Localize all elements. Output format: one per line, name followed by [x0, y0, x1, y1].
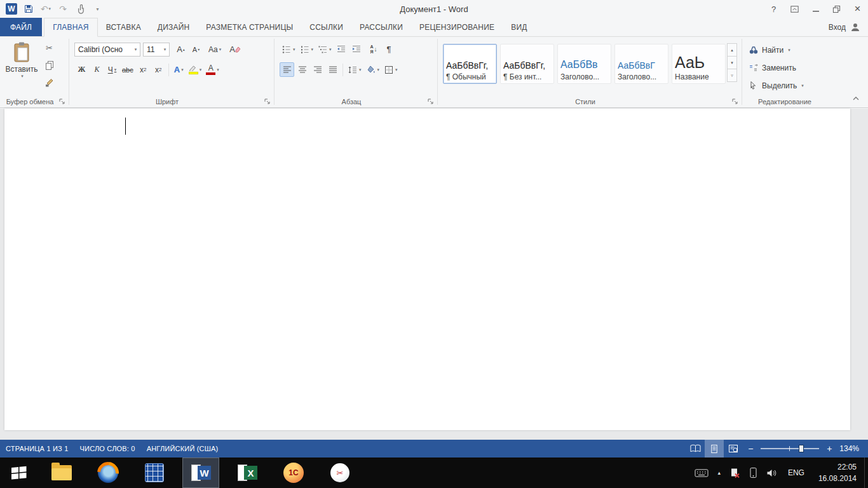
- sign-in-button[interactable]: Вход: [829, 18, 868, 36]
- tab-page-layout[interactable]: РАЗМЕТКА СТРАНИЦЫ: [198, 18, 301, 36]
- page-indicator[interactable]: СТРАНИЦА 1 ИЗ 1: [0, 440, 74, 458]
- word-window: W ↶▾ ↷ ▾ Документ1 - Word ? ×: [0, 0, 868, 488]
- shrink-font-button[interactable]: А▾: [189, 42, 203, 57]
- show-desktop-button[interactable]: [864, 458, 868, 488]
- zoom-level[interactable]: 134%: [837, 444, 868, 453]
- zoom-slider[interactable]: [761, 448, 819, 449]
- font-name-combo[interactable]: Calibri (Осно ▾: [74, 43, 140, 57]
- bullets-button[interactable]: ▾: [280, 42, 297, 57]
- strikethrough-button[interactable]: abc: [120, 62, 135, 77]
- decrease-indent-button[interactable]: [334, 42, 349, 57]
- maximize-restore-button[interactable]: [826, 0, 847, 18]
- document-page[interactable]: [4, 109, 850, 430]
- style-no-spacing[interactable]: АаБбВвГг, ¶ Без инт...: [500, 44, 554, 84]
- tab-references[interactable]: ССЫЛКИ: [301, 18, 351, 36]
- bold-button[interactable]: Ж: [74, 62, 89, 77]
- style-normal[interactable]: АаБбВвГг, ¶ Обычный: [443, 44, 497, 84]
- web-layout-button[interactable]: [724, 440, 743, 458]
- zoom-in-button[interactable]: +: [822, 440, 837, 458]
- help-button[interactable]: ?: [763, 0, 784, 18]
- taskbar-clock[interactable]: 22:05 16.08.2014: [811, 458, 864, 488]
- line-spacing-button[interactable]: ▾: [346, 62, 363, 77]
- customize-qat-button[interactable]: ▾: [89, 1, 105, 17]
- align-left-button[interactable]: [280, 62, 294, 77]
- styles-scroll-down-button[interactable]: ▾: [727, 56, 737, 69]
- show-formatting-marks-button[interactable]: ¶: [382, 42, 397, 57]
- file-explorer-button[interactable]: [43, 458, 80, 488]
- read-mode-button[interactable]: [686, 440, 705, 458]
- style-title[interactable]: АаЬ Название: [672, 44, 726, 84]
- collapse-ribbon-button[interactable]: [850, 93, 862, 104]
- tab-file[interactable]: ФАЙЛ: [0, 18, 42, 36]
- touch-mode-button[interactable]: [72, 1, 88, 17]
- paste-button[interactable]: Вставить ▾: [3, 39, 41, 90]
- sort-button[interactable]: АЯ ↓: [367, 42, 381, 57]
- align-right-button[interactable]: [310, 62, 325, 77]
- tab-mailings[interactable]: РАССЫЛКИ: [351, 18, 411, 36]
- device-status-button[interactable]: [745, 458, 762, 488]
- input-language-indicator[interactable]: ENG: [782, 468, 811, 477]
- italic-button[interactable]: К: [90, 62, 104, 77]
- zoom-slider-thumb[interactable]: [799, 445, 804, 452]
- text-effects-button[interactable]: А▾: [172, 62, 186, 77]
- redo-button[interactable]: ↷: [55, 1, 71, 17]
- print-layout-button[interactable]: [705, 440, 724, 458]
- font-color-button[interactable]: А ▾: [204, 62, 221, 77]
- notification-error-button[interactable]: [725, 458, 745, 488]
- undo-button[interactable]: ↶▾: [37, 1, 54, 17]
- align-center-button[interactable]: [295, 62, 309, 77]
- tab-insert[interactable]: ВСТАВКА: [98, 18, 149, 36]
- copy-button[interactable]: [42, 57, 57, 73]
- styles-dialog-launcher[interactable]: [731, 97, 739, 105]
- touch-keyboard-button[interactable]: [690, 458, 713, 488]
- tab-view[interactable]: ВИД: [503, 18, 535, 36]
- font-size-combo[interactable]: 11 ▾: [143, 43, 170, 57]
- justify-button[interactable]: [325, 62, 340, 77]
- word-taskbar-button[interactable]: W: [182, 458, 219, 488]
- select-button[interactable]: Выделить ▾: [749, 78, 825, 93]
- format-painter-button[interactable]: [42, 74, 57, 90]
- excel-taskbar-button[interactable]: X: [229, 458, 266, 488]
- styles-gallery-more-button[interactable]: ▿: [727, 69, 737, 82]
- word-count[interactable]: ЧИСЛО СЛОВ: 0: [74, 440, 141, 458]
- tab-design[interactable]: ДИЗАЙН: [149, 18, 198, 36]
- save-button[interactable]: [20, 1, 37, 17]
- subscript-button[interactable]: х2: [136, 62, 151, 77]
- multilevel-list-button[interactable]: ▾: [316, 42, 334, 57]
- tab-home[interactable]: ГЛАВНАЯ: [44, 18, 97, 37]
- paragraph-dialog-launcher[interactable]: [426, 97, 435, 105]
- onec-app-button[interactable]: 1С: [275, 458, 312, 488]
- close-button[interactable]: ×: [847, 0, 868, 18]
- change-case-button[interactable]: Aa▾: [207, 42, 223, 57]
- tab-review[interactable]: РЕЦЕНЗИРОВАНИЕ: [411, 18, 503, 36]
- start-button[interactable]: [0, 458, 38, 488]
- word-app-icon[interactable]: W: [3, 1, 20, 17]
- find-dropdown-icon: ▾: [788, 48, 790, 53]
- highlight-color-button[interactable]: ▾: [187, 62, 204, 77]
- style-heading1[interactable]: АаБбВв Заголово...: [557, 44, 611, 84]
- show-hidden-icons-button[interactable]: ▴: [713, 458, 725, 488]
- snipping-app-button[interactable]: ✂: [322, 458, 358, 488]
- volume-button[interactable]: [762, 458, 782, 488]
- increase-indent-button[interactable]: [349, 42, 364, 57]
- style-heading2[interactable]: АаБбВвГ Заголово...: [614, 44, 668, 84]
- superscript-button[interactable]: х2: [151, 62, 166, 77]
- clear-formatting-button[interactable]: А: [227, 42, 243, 57]
- firefox-button[interactable]: [90, 458, 126, 488]
- borders-button[interactable]: ▾: [382, 62, 400, 77]
- clipboard-dialog-launcher[interactable]: [58, 97, 66, 105]
- replace-button[interactable]: Заменить: [749, 60, 825, 76]
- language-indicator[interactable]: АНГЛИЙСКИЙ (США): [141, 440, 224, 458]
- underline-button[interactable]: Ч▾: [105, 62, 119, 77]
- font-dialog-launcher[interactable]: [263, 97, 271, 105]
- grow-font-button[interactable]: А▴: [173, 42, 188, 57]
- ribbon-display-options-button[interactable]: [784, 0, 805, 18]
- grid-app-button[interactable]: [136, 458, 173, 488]
- cut-button[interactable]: ✂: [42, 40, 57, 56]
- minimize-button[interactable]: [805, 0, 826, 18]
- shading-button[interactable]: ▾: [364, 62, 382, 77]
- find-button[interactable]: Найти ▾: [749, 43, 825, 58]
- zoom-out-button[interactable]: −: [743, 440, 758, 458]
- numbering-button[interactable]: ▾: [298, 42, 316, 57]
- styles-scroll-up-button[interactable]: ▴: [727, 43, 737, 57]
